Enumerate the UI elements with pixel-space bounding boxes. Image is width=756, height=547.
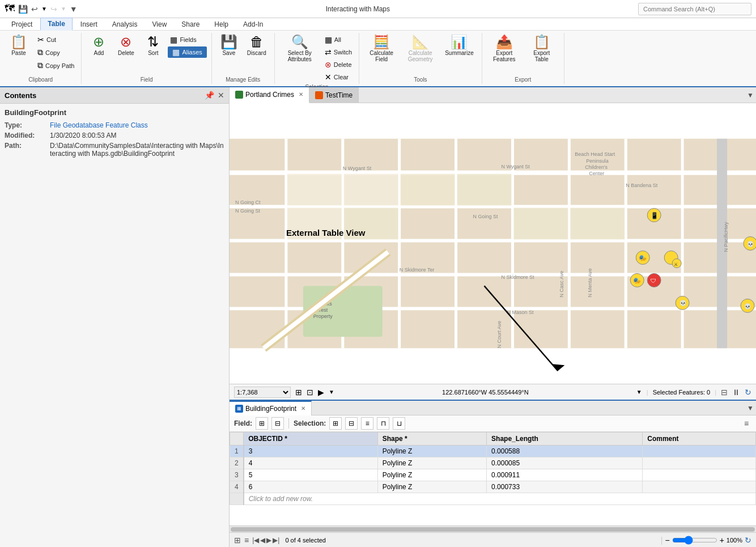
map-tab-portland[interactable]: Portland Crimes ✕: [230, 87, 309, 103]
selected-features: Selected Features: 0: [653, 389, 711, 396]
svg-rect-37: [287, 208, 342, 240]
tab-view[interactable]: View: [146, 19, 174, 30]
delete-field-button[interactable]: ⊗ Delete: [113, 34, 138, 57]
zoom-minus[interactable]: −: [665, 536, 669, 545]
svg-text:🎭: 🎭: [639, 254, 647, 262]
copy-path-button[interactable]: ⧉ Copy Path: [35, 60, 77, 71]
table-row[interactable]: 3 5 Polyline Z 0.000911: [230, 469, 756, 481]
scale-select[interactable]: 1:7,368: [234, 387, 291, 398]
export-table-button[interactable]: 📋 Export Table: [524, 34, 559, 63]
command-search[interactable]: [638, 3, 751, 15]
table-row[interactable]: 2 4 Polyline Z 0.000085: [230, 457, 756, 469]
undo-btn[interactable]: ↩: [31, 5, 38, 14]
svg-rect-35: [344, 174, 398, 206]
map-container: Portland Crimes ✕ TestTime ▼: [230, 87, 756, 547]
tab-addin[interactable]: Add-In: [236, 19, 270, 30]
nav-last[interactable]: ▶|: [273, 536, 279, 544]
calc-field-button[interactable]: 🧮 Calculate Field: [364, 34, 399, 63]
cut-button[interactable]: ✂ Cut: [35, 34, 77, 45]
tab-project[interactable]: Project: [5, 19, 39, 30]
map-status: 1:7,368 ⊞ ⊡ ▶ ▼ 122.6871660°W 45.5554449…: [230, 384, 756, 400]
aliases-button[interactable]: ▦ Aliases: [168, 46, 206, 58]
sort-button[interactable]: ⇅ Sort: [141, 34, 165, 57]
more-btn[interactable]: ▼: [70, 5, 78, 14]
add-button[interactable]: ⊕ Add: [86, 34, 111, 57]
table-refresh-btn[interactable]: ↻: [745, 536, 751, 545]
zoom-plus[interactable]: +: [720, 536, 724, 545]
add-row-hint[interactable]: Click to add new row.: [230, 493, 756, 505]
map-tab-testtime[interactable]: TestTime: [309, 87, 359, 103]
add-row-text[interactable]: Click to add new row.: [244, 493, 756, 505]
copy-button[interactable]: ⧉ Copy: [35, 46, 77, 58]
paste-button[interactable]: 📋 Paste: [5, 34, 33, 57]
table-header: OBJECTID * Shape * Shape_Length Comment: [230, 432, 756, 446]
undo-dropdown-icon[interactable]: ▼: [41, 6, 47, 12]
switch-button[interactable]: ⇄ Switch: [322, 46, 354, 58]
table-nav: |◀ ◀ ▶ ▶|: [252, 536, 279, 544]
sel-btn2[interactable]: ⊟: [345, 417, 358, 430]
tab-table[interactable]: Table: [40, 18, 72, 31]
data-table-container[interactable]: OBJECTID * Shape * Shape_Length Comment …: [230, 432, 756, 525]
sel-btn1[interactable]: ⊞: [329, 417, 342, 430]
table-panel-chevron[interactable]: ▼: [745, 402, 756, 414]
export-features-button[interactable]: 📤 Export Features: [487, 34, 522, 63]
sel-btn3[interactable]: ≡: [361, 417, 373, 430]
bookmark-btn[interactable]: ⊟: [721, 388, 728, 397]
nav-next[interactable]: ▶: [266, 536, 271, 544]
tab-help[interactable]: Help: [207, 19, 235, 30]
redo-dropdown-icon[interactable]: ▼: [61, 6, 66, 12]
map-view[interactable]: Mocks Crest Property N Wygant St N Going…: [230, 103, 756, 384]
col-comment[interactable]: Comment: [643, 432, 756, 446]
table-panel-close[interactable]: ✕: [301, 405, 305, 412]
map-nav-icon[interactable]: ▶: [318, 388, 324, 397]
svg-text:💀: 💀: [747, 240, 754, 248]
tab-insert[interactable]: Insert: [74, 19, 104, 30]
col-objectid[interactable]: OBJECTID *: [244, 432, 378, 446]
table-row[interactable]: 1 3 Polyline Z 0.000588: [230, 446, 756, 457]
sel-btn5[interactable]: ⊔: [393, 417, 405, 430]
map-nav-dropdown[interactable]: ▼: [329, 389, 334, 395]
discard-icon: 🗑: [250, 35, 264, 49]
sel-btn4[interactable]: ⊓: [377, 417, 389, 430]
nav-first[interactable]: |◀: [252, 536, 259, 544]
pause-btn[interactable]: ⏸: [732, 388, 740, 397]
delete-selection-button[interactable]: ⊗ Delete: [322, 59, 354, 70]
table-view-btn1[interactable]: ⊞: [234, 536, 241, 545]
zoom-slider[interactable]: [672, 536, 717, 545]
table-row[interactable]: 4 6 Polyline Z 0.000733: [230, 481, 756, 493]
col-shapelength[interactable]: Shape_Length: [487, 432, 643, 446]
fields-button[interactable]: ▦ Fields: [168, 34, 206, 45]
scroll-thumb[interactable]: [231, 527, 755, 532]
field-btn1[interactable]: ⊞: [256, 417, 268, 430]
field-btn2[interactable]: ⊟: [271, 417, 284, 430]
table-panel-tab-building[interactable]: ▦ BuildingFootprint ✕: [230, 401, 312, 415]
table-view-btn2[interactable]: ≡: [244, 536, 249, 545]
discard-button[interactable]: 🗑 Discard: [244, 34, 270, 57]
nav-prev[interactable]: ◀: [260, 536, 265, 544]
table-menu-btn[interactable]: ≡: [741, 418, 751, 429]
portland-tab-close[interactable]: ✕: [299, 91, 303, 97]
cell-comment: [643, 481, 756, 493]
select-all-button[interactable]: ▦ All: [322, 34, 354, 45]
clear-button[interactable]: ✕ Clear: [322, 71, 354, 83]
coords-dropdown[interactable]: ▼: [636, 389, 642, 395]
table-zoom: | − + 100% ↻: [661, 536, 751, 545]
col-shape[interactable]: Shape *: [377, 432, 486, 446]
sidebar-close-icon[interactable]: ✕: [218, 91, 224, 100]
tab-chevron[interactable]: ▼: [745, 89, 756, 101]
cell-objectid: 4: [244, 457, 378, 469]
save-icon[interactable]: 💾: [18, 5, 28, 14]
save-button[interactable]: 💾 Save: [216, 34, 241, 57]
refresh-btn[interactable]: ↻: [745, 388, 751, 397]
summarize-button[interactable]: 📊 Summarize: [441, 34, 477, 57]
map-tools-icon2[interactable]: ⊡: [307, 388, 313, 397]
sort-icon: ⇅: [147, 35, 159, 49]
horizontal-scrollbar[interactable]: [230, 525, 756, 532]
redo-btn[interactable]: ↪: [50, 5, 57, 14]
tab-analysis[interactable]: Analysis: [105, 19, 145, 30]
sidebar-pin-icon[interactable]: 📌: [205, 91, 214, 100]
map-tools-icon1[interactable]: ⊞: [295, 388, 302, 397]
tab-share[interactable]: Share: [175, 19, 206, 30]
calc-geometry-button[interactable]: 📐 Calculate Geometry: [401, 34, 439, 63]
select-by-attributes-button[interactable]: 🔍 Select By Attributes: [279, 34, 320, 63]
